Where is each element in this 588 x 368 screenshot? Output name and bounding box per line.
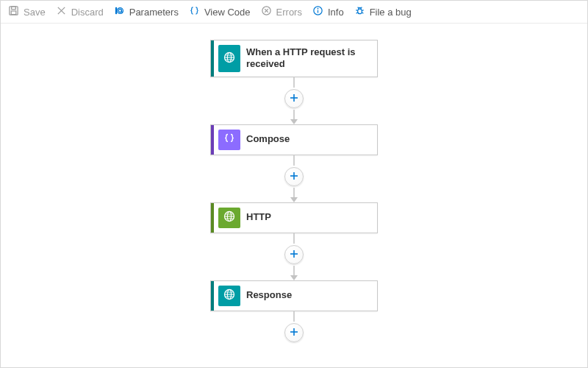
parameters-label: Parameters [129, 7, 179, 18]
card-badge [218, 208, 240, 228]
card-stripe [211, 125, 214, 155]
parameters-icon [114, 5, 125, 18]
discard-label: Discard [71, 7, 104, 18]
card-stripe [211, 40, 214, 77]
globe-icon [223, 51, 236, 66]
errors-button[interactable]: Errors [261, 5, 302, 18]
step-response[interactable]: Response [210, 280, 378, 311]
connector [284, 233, 304, 280]
parameters-button[interactable]: Parameters [114, 5, 179, 18]
globe-icon [223, 210, 236, 225]
plus-icon [290, 249, 298, 261]
plus-icon [290, 93, 298, 105]
card-badge [218, 130, 240, 150]
card-badge [218, 286, 240, 306]
toolbar: Save Discard Parameters View Code Errors… [1, 1, 587, 24]
file-bug-button[interactable]: File a bug [354, 5, 412, 18]
connector [284, 311, 304, 344]
connector [284, 77, 304, 124]
card-stripe [211, 203, 214, 233]
braces-icon [223, 132, 236, 147]
bug-icon [354, 5, 365, 18]
arrow-down-icon [290, 197, 298, 202]
add-step-button[interactable] [284, 245, 304, 264]
workflow-flow: When a HTTP request is received Compose [210, 40, 378, 344]
card-title: Compose [243, 125, 377, 155]
card-stripe [211, 281, 214, 311]
plus-icon [290, 171, 298, 183]
file-bug-label: File a bug [370, 7, 412, 18]
arrow-down-icon [290, 119, 298, 124]
step-trigger-http-request[interactable]: When a HTTP request is received [210, 40, 378, 77]
globe-icon [223, 288, 236, 303]
connector [284, 155, 304, 202]
discard-icon [56, 5, 67, 18]
card-title: Response [243, 281, 377, 311]
info-button[interactable]: Info [312, 5, 344, 18]
card-title: HTTP [243, 203, 377, 233]
braces-icon [189, 5, 200, 18]
info-label: Info [328, 7, 344, 18]
save-icon [8, 5, 19, 18]
info-icon [312, 5, 323, 18]
arrow-down-icon [290, 275, 298, 280]
discard-button[interactable]: Discard [56, 5, 104, 18]
step-http-action[interactable]: HTTP [210, 202, 378, 233]
add-step-button[interactable] [284, 89, 304, 108]
view-code-button[interactable]: View Code [189, 5, 251, 18]
plus-icon [290, 327, 298, 339]
card-badge [218, 45, 240, 72]
errors-label: Errors [276, 7, 302, 18]
designer-canvas[interactable]: When a HTTP request is received Compose [1, 24, 587, 367]
add-step-button[interactable] [284, 323, 304, 342]
errors-icon [261, 5, 272, 18]
view-code-label: View Code [204, 7, 251, 18]
save-label: Save [24, 7, 46, 18]
save-button[interactable]: Save [8, 5, 46, 18]
step-compose[interactable]: Compose [210, 124, 378, 155]
card-title: When a HTTP request is received [243, 40, 377, 77]
add-step-button[interactable] [284, 167, 304, 186]
